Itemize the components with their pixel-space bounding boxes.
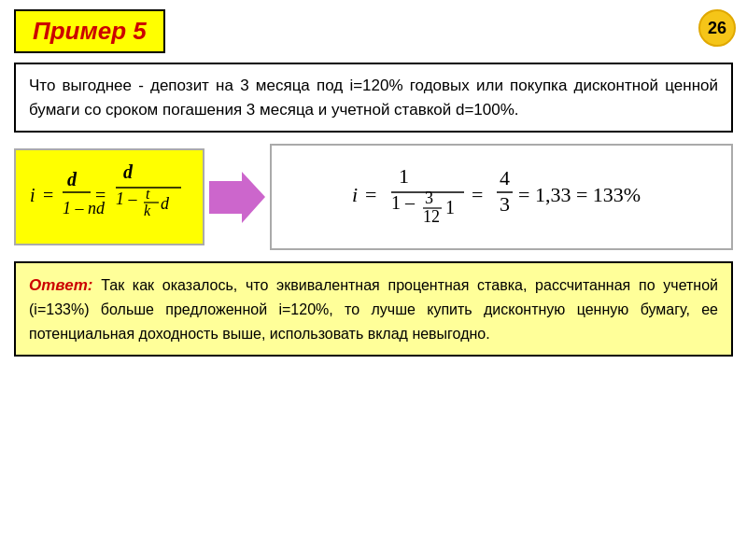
svg-text:=: = [95,185,106,205]
problem-text: Что выгоднее - депозит на 3 месяца под i… [29,77,718,119]
svg-text:t: t [146,186,150,202]
svg-text:i: i [30,185,35,205]
svg-text:i: i [352,183,358,206]
page-number: 26 [698,9,736,47]
formula-right: i = 1 1 – 3 12 1 = 4 3 = 1,33 = 133% [270,144,733,250]
formula-left: i = d 1 – nd = d 1 – t [14,148,204,245]
arrow-container [204,164,270,230]
arrow-svg [209,172,265,223]
svg-text:1: 1 [399,164,409,188]
svg-text:=: = [365,183,376,206]
svg-text:1: 1 [445,197,455,217]
svg-text:1 –: 1 – [116,189,138,208]
title-box: Пример 5 [14,9,165,53]
svg-text:= 1,33 = 133%: = 1,33 = 133% [518,183,641,206]
svg-text:d: d [67,169,78,189]
svg-text:3: 3 [425,189,433,207]
svg-text:d: d [161,194,170,213]
formula-area: i = d 1 – nd = d 1 – t [14,144,733,250]
answer-box: Ответ: Так как оказалось, что эквивалент… [14,261,733,357]
svg-text:3: 3 [500,192,510,216]
formula-left-svg: i = d 1 – nd = d 1 – t [30,160,189,234]
svg-marker-13 [209,172,265,223]
svg-text:1 –: 1 – [391,192,416,213]
svg-text:4: 4 [500,166,510,189]
svg-text:=: = [43,185,53,205]
title-text: Пример 5 [33,17,147,45]
svg-text:d: d [123,161,134,182]
answer-content: Так как оказалось, что эквивалентная про… [29,277,718,342]
svg-text:=: = [472,183,483,206]
answer-label: Ответ: [29,276,92,294]
svg-text:k: k [144,203,151,218]
page: 26 Пример 5 Что выгоднее - депозит на 3 … [0,0,747,560]
formula-right-svg: i = 1 1 – 3 12 1 = 4 3 = 1,33 = 133% [352,155,651,239]
svg-text:12: 12 [423,207,440,226]
problem-box: Что выгоднее - депозит на 3 месяца под i… [14,63,733,133]
